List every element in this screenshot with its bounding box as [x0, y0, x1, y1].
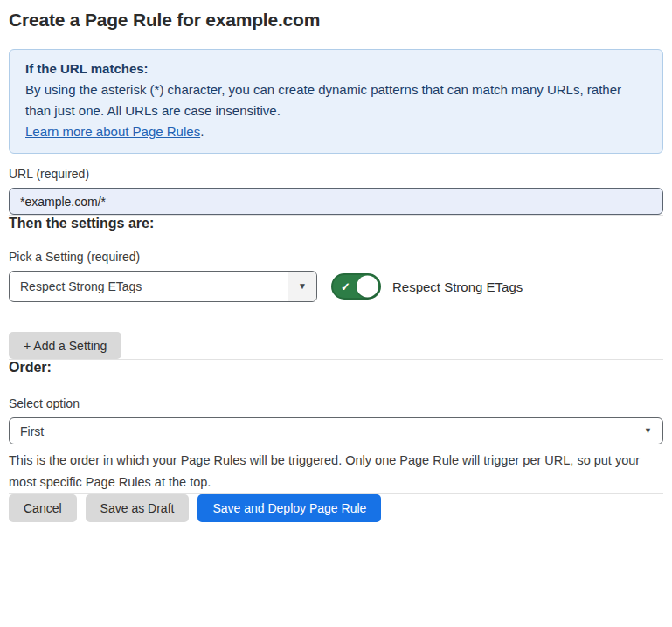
- order-heading: Order:: [9, 360, 663, 376]
- add-setting-button[interactable]: + Add a Setting: [9, 332, 121, 359]
- setting-toggle-group: ✓ Respect Strong ETags: [331, 273, 523, 300]
- order-help-text: This is the order in which your Page Rul…: [9, 450, 663, 493]
- url-label: URL (required): [9, 167, 663, 181]
- setting-row: Respect Strong ETags ▼ ✓ Respect Strong …: [9, 271, 663, 302]
- caret-down-icon: ▼: [298, 282, 307, 291]
- create-page-rule-form: Create a Page Rule for example.com If th…: [0, 0, 672, 536]
- form-actions: Cancel Save as Draft Save and Deploy Pag…: [9, 494, 663, 522]
- setting-select-arrow-button[interactable]: ▼: [288, 272, 316, 301]
- pick-setting-label: Pick a Setting (required): [9, 250, 663, 264]
- save-deploy-button[interactable]: Save and Deploy Page Rule: [197, 494, 381, 522]
- setting-select[interactable]: Respect Strong ETags ▼: [9, 271, 317, 302]
- order-select-value: First: [20, 424, 44, 438]
- page-title: Create a Page Rule for example.com: [9, 10, 663, 31]
- cancel-button[interactable]: Cancel: [9, 494, 77, 522]
- url-input[interactable]: [9, 188, 663, 215]
- info-box-body: By using the asterisk (*) character, you…: [25, 79, 647, 121]
- order-select[interactable]: First ▼: [9, 417, 663, 444]
- check-icon: ✓: [341, 280, 350, 293]
- link-period: .: [200, 124, 204, 139]
- save-draft-button[interactable]: Save as Draft: [86, 494, 190, 522]
- url-match-info-box: If the URL matches: By using the asteris…: [9, 49, 663, 154]
- learn-more-link[interactable]: Learn more about Page Rules: [25, 124, 200, 139]
- settings-heading: Then the settings are:: [9, 216, 663, 231]
- setting-toggle-label: Respect Strong ETags: [392, 279, 523, 294]
- setting-select-value: Respect Strong ETags: [10, 272, 288, 301]
- setting-toggle-switch[interactable]: ✓: [331, 273, 381, 300]
- toggle-knob: [357, 276, 378, 298]
- info-box-heading: If the URL matches:: [25, 59, 647, 79]
- caret-down-icon: ▼: [644, 427, 652, 435]
- order-select-label: Select option: [9, 396, 663, 410]
- info-box-link-line: Learn more about Page Rules.: [25, 121, 647, 142]
